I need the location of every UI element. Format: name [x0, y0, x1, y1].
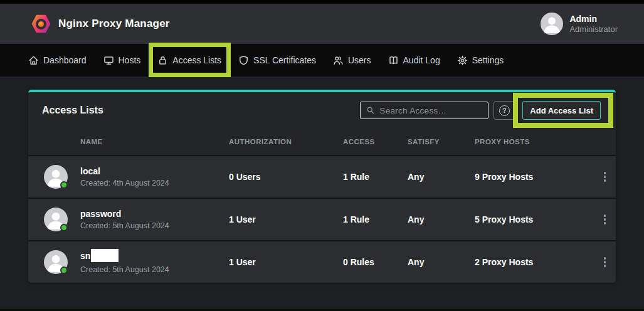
access-list-name: local	[80, 166, 100, 176]
nav-label: Audit Log	[403, 55, 440, 65]
created-date: Created: 5th August 2024	[80, 265, 169, 274]
created-date: Created: 5th August 2024	[80, 221, 169, 230]
user-text: Admin Administrator	[569, 14, 618, 34]
authorization-value: 1 User	[229, 214, 343, 224]
satisfy-value: Any	[408, 172, 475, 182]
app-title: Nginx Proxy Manager	[58, 18, 170, 30]
access-value: 1 Rule	[343, 172, 408, 182]
kebab-menu[interactable]	[599, 167, 611, 187]
app-logo-icon	[31, 14, 51, 34]
name-block: local Created: 4th August 2024	[80, 166, 169, 187]
topbar: Nginx Proxy Manager Admin Administrator	[0, 4, 644, 44]
kebab-menu[interactable]	[599, 252, 611, 273]
shield-icon	[238, 55, 249, 66]
access-list-name: sn	[80, 251, 90, 261]
nav-audit-log[interactable]: Audit Log	[388, 44, 440, 76]
search-icon	[366, 106, 375, 115]
name-cell: sn Created: 5th August 2024	[44, 250, 229, 274]
access-value: 1 Rule	[343, 214, 408, 224]
nav-ssl-certificates[interactable]: SSL Certificates	[238, 44, 316, 76]
col-header-authorization: AUTHORIZATION	[229, 138, 343, 145]
monitor-icon	[103, 55, 114, 66]
name-block: password Created: 5th August 2024	[80, 209, 169, 230]
name-cell: local Created: 4th August 2024	[44, 165, 229, 189]
user-menu[interactable]: Admin Administrator	[541, 13, 618, 35]
main-nav: Dashboard Hosts Access Lists SSL Certifi…	[0, 44, 644, 76]
nav-label: Hosts	[119, 55, 141, 65]
proxy-hosts-value: 5 Proxy Hosts	[475, 214, 594, 224]
user-avatar	[541, 13, 563, 35]
table-row: password Created: 5th August 2024 1 User…	[28, 198, 616, 240]
name-block: sn Created: 5th August 2024	[80, 250, 169, 274]
book-icon	[388, 55, 399, 66]
panel-header: Access Lists ? Add Access List	[28, 92, 616, 129]
search-input[interactable]	[379, 106, 482, 115]
nav-label: Access Lists	[172, 55, 221, 65]
nav-label: Dashboard	[43, 55, 87, 65]
col-header-proxy-hosts: PROXY HOSTS	[475, 138, 594, 145]
satisfy-value: Any	[408, 257, 475, 267]
redaction-box	[91, 249, 119, 262]
panel-actions: ? Add Access List	[360, 101, 601, 120]
nav-users[interactable]: Users	[333, 44, 371, 76]
proxy-hosts-value: 9 Proxy Hosts	[475, 172, 594, 182]
row-avatar	[44, 250, 68, 274]
content-area: Access Lists ? Add Access List	[0, 76, 644, 309]
nav-label: Settings	[472, 55, 504, 65]
lock-icon	[157, 55, 168, 66]
gear-icon	[457, 55, 468, 66]
panel-title: Access Lists	[42, 105, 103, 116]
add-access-list-button[interactable]: Add Access List	[522, 101, 601, 120]
users-icon	[333, 55, 344, 66]
brand[interactable]: Nginx Proxy Manager	[31, 14, 170, 34]
satisfy-value: Any	[408, 214, 475, 224]
screen: Nginx Proxy Manager Admin Administrator …	[0, 0, 644, 311]
nav-label: Users	[348, 55, 371, 65]
kebab-menu[interactable]	[599, 209, 611, 230]
question-circle-icon: ?	[499, 105, 510, 116]
row-avatar	[44, 165, 68, 189]
user-role: Administrator	[569, 24, 618, 34]
access-value: 0 Rules	[343, 257, 408, 267]
name-cell: password Created: 5th August 2024	[44, 208, 229, 231]
col-header-satisfy: SATISFY	[408, 138, 475, 145]
nav-settings[interactable]: Settings	[457, 44, 504, 76]
search-box	[360, 102, 488, 119]
authorization-value: 0 Users	[229, 172, 343, 182]
col-header-name: NAME	[44, 138, 229, 145]
nav-label: SSL Certificates	[253, 55, 316, 65]
nav-hosts[interactable]: Hosts	[103, 44, 141, 76]
proxy-hosts-value: 2 Proxy Hosts	[475, 257, 594, 267]
table-row: sn Created: 5th August 2024 1 User 0 Rul…	[28, 240, 616, 283]
nav-access-lists[interactable]: Access Lists	[157, 44, 221, 76]
created-date: Created: 4th August 2024	[80, 179, 169, 187]
help-button[interactable]: ?	[494, 101, 515, 120]
home-icon	[28, 55, 39, 66]
online-status-dot	[60, 224, 68, 231]
authorization-value: 1 User	[229, 257, 343, 267]
add-button-wrap: Add Access List	[522, 101, 601, 120]
access-lists-panel: Access Lists ? Add Access List	[28, 90, 616, 283]
row-avatar	[44, 208, 68, 231]
online-status-dot	[60, 181, 68, 189]
nav-dashboard[interactable]: Dashboard	[28, 44, 87, 76]
table-header-row: NAME AUTHORIZATION ACCESS SATISFY PROXY …	[28, 129, 616, 155]
col-header-access: ACCESS	[343, 138, 408, 145]
user-name: Admin	[569, 14, 618, 24]
access-list-name: password	[80, 209, 121, 219]
online-status-dot	[60, 266, 68, 274]
table-row: local Created: 4th August 2024 0 Users 1…	[28, 155, 616, 198]
